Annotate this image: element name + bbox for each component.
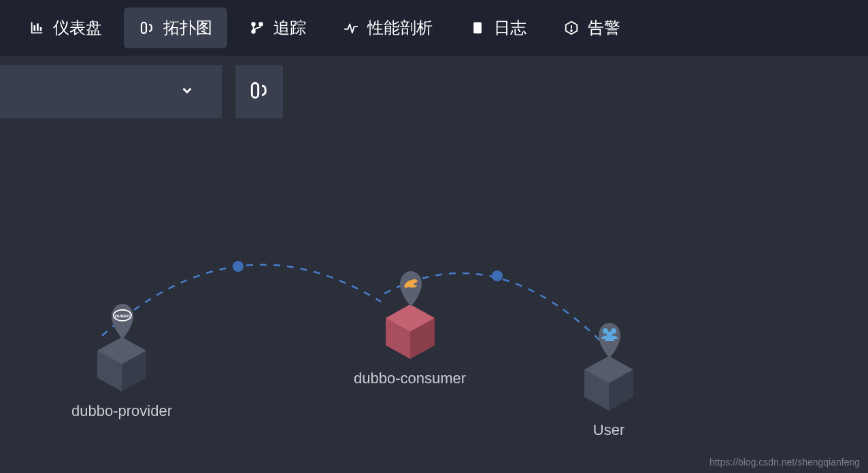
topology-icon <box>248 80 270 104</box>
cube-icon <box>95 334 149 394</box>
service-icon <box>393 269 427 307</box>
node-user[interactable]: User <box>582 321 636 439</box>
toolbar <box>0 56 868 118</box>
node-label: dubbo-consumer <box>354 370 466 387</box>
topology-canvas[interactable]: DUBBO dubbo-provider <box>0 118 868 473</box>
nav-profiling[interactable]: 性能剖析 <box>328 7 448 48</box>
cube-icon <box>582 353 636 413</box>
nav-log[interactable]: 日志 <box>454 7 541 48</box>
svg-rect-6 <box>252 83 258 97</box>
nav-label: 拓扑图 <box>163 17 212 39</box>
clipboard-icon <box>469 20 486 36</box>
topology-icon <box>139 20 155 36</box>
node-label: dubbo-provider <box>71 402 172 420</box>
nav-topology[interactable]: 拓扑图 <box>124 7 227 48</box>
cube-icon <box>383 302 437 362</box>
node-label: User <box>593 421 624 439</box>
svg-point-8 <box>492 270 503 281</box>
svg-rect-0 <box>141 22 146 33</box>
chart-icon <box>29 20 45 36</box>
chevron-down-icon <box>180 83 195 101</box>
service-selector-dropdown[interactable] <box>0 65 222 118</box>
nav-label: 仪表盘 <box>53 17 102 39</box>
top-navigation: 仪表盘 拓扑图 追踪 性能剖析 日志 告警 <box>0 0 868 56</box>
users-icon <box>592 321 626 359</box>
alert-icon <box>563 20 580 36</box>
svg-text:DUBBO: DUBBO <box>115 314 130 318</box>
pulse-icon <box>343 20 359 36</box>
svg-point-5 <box>571 30 572 31</box>
node-dubbo-provider[interactable]: DUBBO dubbo-provider <box>71 302 172 420</box>
dubbo-icon: DUBBO <box>105 302 139 340</box>
branch-icon <box>249 20 265 36</box>
nav-trace[interactable]: 追踪 <box>234 7 321 48</box>
svg-point-7 <box>233 261 244 272</box>
nav-alert[interactable]: 告警 <box>548 7 635 48</box>
watermark-text: https://blog.csdn.net/shengqianfeng <box>710 457 860 468</box>
nav-label: 日志 <box>494 17 527 39</box>
nav-label: 告警 <box>588 17 620 39</box>
node-dubbo-consumer[interactable]: dubbo-consumer <box>354 269 466 387</box>
nav-label: 性能剖析 <box>367 17 433 39</box>
nav-label: 追踪 <box>273 17 306 39</box>
nav-dashboard[interactable]: 仪表盘 <box>14 7 117 48</box>
topology-detail-button[interactable] <box>235 65 283 118</box>
